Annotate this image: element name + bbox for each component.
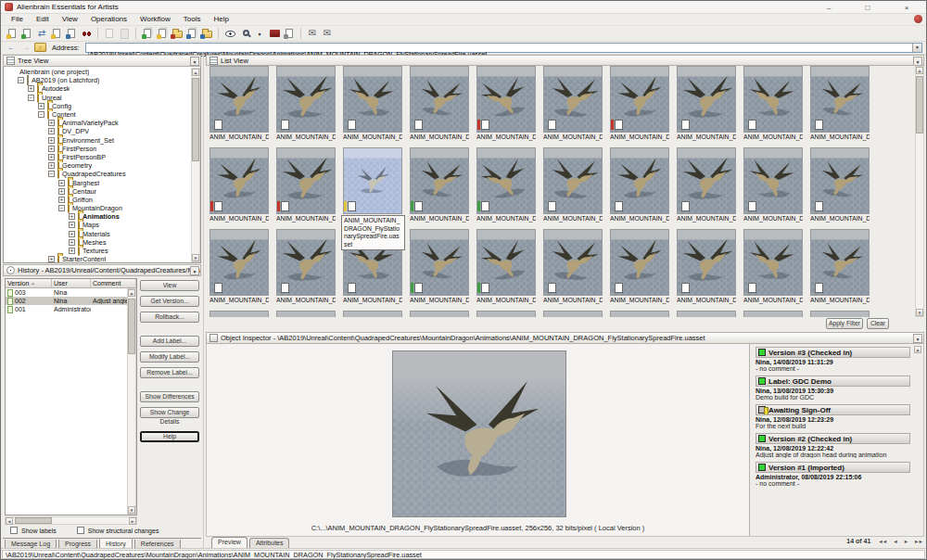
asset-thumbnail[interactable] — [677, 66, 736, 133]
asset-thumbnail-partial[interactable] — [343, 311, 402, 317]
history-row[interactable]: 002NinaAdjust angle of dragon head durin… — [6, 297, 136, 305]
address-dropdown-icon[interactable]: ▼ — [912, 44, 921, 52]
first-page-icon[interactable]: ◄◄ — [878, 539, 886, 544]
history-v-scrollbar[interactable]: ▲ ▼ — [127, 288, 136, 515]
tree-item-materials[interactable]: +Materials — [6, 230, 200, 238]
checkbox-show-structural-changes[interactable]: Show structural changes — [77, 527, 159, 534]
version-entry[interactable]: Version #2 (Checked in)Nina, 12/08/2019 … — [756, 433, 910, 458]
checkpoint-icon[interactable] — [170, 27, 184, 41]
tab-attributes[interactable]: Attributes — [249, 538, 290, 548]
tree-item-unreal[interactable]: −Unreal — [6, 94, 200, 102]
tab-preview[interactable]: Preview — [211, 537, 248, 548]
tree-item-griffon[interactable]: +Griffon — [6, 196, 200, 204]
tree-item-maps[interactable]: +Maps — [6, 221, 200, 229]
asset-thumbnail[interactable] — [210, 66, 269, 133]
checkbox-icon[interactable] — [77, 527, 84, 534]
expand-icon[interactable]: + — [48, 120, 55, 126]
asset-thumbnail[interactable] — [677, 229, 736, 296]
asset-thumbnail[interactable] — [543, 147, 603, 214]
expand-icon[interactable]: + — [69, 213, 75, 220]
history-column-version[interactable]: Version▲ — [6, 279, 52, 288]
mail-options-icon[interactable]: ✉ — [320, 27, 335, 41]
expand-icon[interactable]: + — [48, 256, 55, 262]
versions-scroll-up-icon[interactable]: ▲ — [914, 346, 921, 353]
paste-icon[interactable] — [117, 27, 132, 41]
asset-thumbnail-partial[interactable] — [610, 311, 669, 317]
asset-thumbnail-partial[interactable] — [210, 311, 269, 317]
scroll-thumb[interactable] — [192, 78, 199, 161]
collapse-icon[interactable]: − — [18, 77, 24, 83]
asset-thumbnail[interactable] — [610, 66, 669, 133]
history-h-scrollbar[interactable]: ◄ ► — [5, 516, 137, 525]
expand-icon[interactable]: + — [58, 180, 65, 186]
asset-thumbnail[interactable] — [743, 229, 803, 296]
asset-thumbnail[interactable] — [610, 229, 669, 296]
expand-icon[interactable]: + — [69, 248, 75, 254]
asset-thumbnail[interactable] — [543, 229, 603, 296]
modify-label--button[interactable]: Modify Label... — [140, 351, 199, 363]
asset-thumbnail[interactable] — [677, 147, 736, 214]
asset-thumbnail-partial[interactable] — [543, 311, 603, 317]
expand-icon[interactable]: + — [69, 222, 75, 228]
version-entry[interactable]: Version #1 (Imported)Administrator, 08/0… — [756, 462, 910, 487]
asset-thumbnail[interactable] — [410, 229, 469, 296]
asset-thumbnail[interactable] — [810, 147, 870, 214]
asset-thumbnail[interactable] — [210, 147, 269, 214]
menu-workflow[interactable]: Workflow — [133, 14, 177, 25]
asset-thumbnail[interactable] — [810, 229, 870, 296]
asset-thumbnail-partial[interactable] — [810, 311, 870, 317]
asset-thumbnail[interactable] — [276, 147, 336, 214]
show-change-details-button[interactable]: Show Change Details — [140, 407, 199, 418]
tree-item-dv-dpv[interactable]: +DV_DPV — [6, 127, 200, 135]
version-entry[interactable]: Awaiting Sign-OffNina, 12/08/2019 12:23:… — [756, 404, 910, 429]
maximize-button[interactable]: □ — [848, 1, 887, 14]
tree-item-animations[interactable]: +Animations — [6, 212, 200, 221]
asset-thumbnail[interactable] — [410, 66, 469, 133]
tree-item-textures[interactable]: +Textures — [6, 247, 200, 255]
refresh-view-icon[interactable] — [282, 27, 297, 41]
reference-tree-icon[interactable] — [184, 27, 199, 41]
expand-icon[interactable]: + — [58, 197, 65, 203]
check-out-icon[interactable] — [19, 27, 34, 41]
tree-item-quadrapedcreatures[interactable]: −QuadrapedCreatures — [6, 170, 200, 178]
scroll-thumb[interactable] — [128, 299, 135, 354]
forward-button[interactable]: → — [19, 43, 32, 53]
asset-thumbnail-partial[interactable] — [410, 311, 469, 317]
history-menu-icon[interactable]: ▼ — [190, 266, 199, 275]
apply-filter-button[interactable]: Apply Filter — [826, 318, 863, 329]
asset-thumbnail-partial[interactable] — [476, 311, 536, 317]
capture-thumbnail-icon[interactable] — [267, 27, 282, 41]
asset-thumbnail[interactable] — [276, 229, 336, 296]
asset-thumbnail[interactable] — [543, 66, 603, 133]
menu-tools[interactable]: Tools — [177, 14, 208, 25]
asset-thumbnail[interactable] — [476, 147, 536, 214]
tree-item-ab2019-on-latchford-[interactable]: −AB2019 (on Latchford) — [6, 76, 200, 84]
expand-icon[interactable]: + — [48, 146, 55, 152]
scroll-thumb[interactable] — [15, 517, 52, 524]
tree-item-environment-set[interactable]: +Environment_Set — [6, 136, 200, 145]
history-column-user[interactable]: User — [52, 279, 91, 288]
browse-database-icon[interactable] — [199, 27, 214, 41]
expand-icon[interactable]: + — [48, 128, 55, 134]
asset-thumbnail[interactable] — [743, 147, 803, 214]
asset-thumbnail[interactable] — [743, 66, 803, 133]
menu-operations[interactable]: Operations — [84, 14, 133, 25]
import-icon[interactable] — [64, 27, 79, 41]
tree-item-barghest[interactable]: +Barghest — [6, 178, 200, 186]
get-version--button[interactable]: Get Version... — [140, 296, 199, 307]
send-mail-icon[interactable]: ✉ — [305, 27, 320, 41]
expand-icon[interactable]: + — [69, 239, 75, 246]
tree-scrollbar[interactable]: ▲ ▼ — [191, 68, 200, 262]
add-label--button[interactable]: Add Label... — [140, 336, 199, 347]
expand-icon[interactable]: + — [48, 162, 55, 169]
menu-view[interactable]: View — [56, 14, 84, 25]
version-entry[interactable]: Label: GDC DemoNina, 13/08/2019 15:30:39… — [756, 375, 910, 401]
expand-icon[interactable]: + — [48, 137, 55, 144]
history-row[interactable]: 001Administrator — [6, 305, 136, 313]
checkbox-show-labels[interactable]: Show labels — [10, 527, 57, 534]
find-icon[interactable] — [79, 27, 94, 41]
copy-icon[interactable] — [102, 27, 117, 41]
next-page-icon[interactable]: ► — [904, 539, 908, 544]
new-asset-icon[interactable] — [5, 27, 19, 41]
get-latest-icon[interactable] — [140, 27, 155, 41]
